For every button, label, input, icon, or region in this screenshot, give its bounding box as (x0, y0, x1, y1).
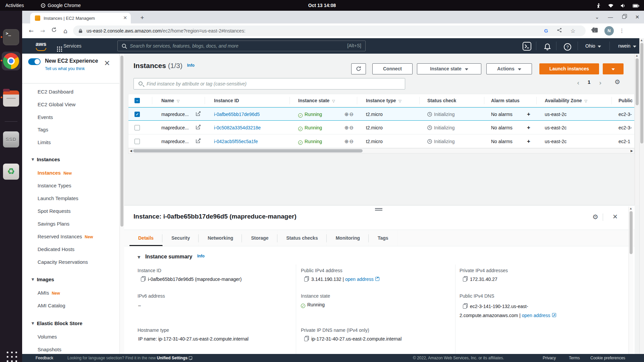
sidebar-item-launch-templates[interactable]: Launch Templates (38, 195, 78, 201)
launch-instances-split-dropdown[interactable] (603, 63, 624, 74)
panel-drag-handle[interactable] (375, 208, 382, 210)
tab-status-checks[interactable]: Status checks (278, 230, 327, 246)
google-icon[interactable]: G (542, 27, 550, 35)
tab-storage[interactable]: Storage (242, 230, 277, 246)
window-scrollbar[interactable]: ▲ (639, 38, 644, 362)
trash-icon[interactable]: ♻ (3, 164, 19, 180)
sidebar-item-instances[interactable]: InstancesNew (38, 170, 72, 176)
sidebar-section-elastic-block-store[interactable]: ▼Elastic Block Store (32, 320, 83, 326)
share-icon[interactable] (555, 27, 564, 35)
sidebar-close-icon[interactable]: ✕ (104, 59, 110, 68)
new-tab-button[interactable]: + (138, 13, 147, 23)
refresh-button[interactable] (351, 63, 366, 74)
cookie-preferences-link[interactable]: Cookie preferences (590, 354, 625, 362)
open-address-link[interactable]: open address (345, 277, 374, 282)
column-header-instance-id[interactable]: Instance ID (214, 94, 239, 107)
column-header-availability-zone[interactable]: Availability Zone ▽ (545, 94, 587, 108)
instance-state-dropdown[interactable]: Instance state (417, 63, 481, 74)
info-link[interactable]: Info (197, 254, 205, 258)
terminal-dock-icon[interactable]: >_ (3, 29, 19, 45)
connect-button[interactable]: Connect (372, 63, 413, 74)
copy-icon[interactable] (304, 277, 308, 282)
bookmark-star-icon[interactable]: ☆ (569, 27, 577, 35)
new-experience-toggle[interactable] (28, 58, 41, 65)
sidebar-item-events[interactable]: Events (38, 114, 53, 120)
instance-summary-heading[interactable]: ▼ Instance summary Info (138, 254, 205, 260)
scroll-left-arrow[interactable]: ◀ (130, 149, 132, 153)
content-vertical-scrollbar[interactable]: ▲ (635, 54, 639, 205)
feedback-button[interactable]: Feedback (36, 354, 53, 362)
files-dock-icon[interactable] (3, 90, 19, 107)
sidebar-item-ec2-global-view[interactable]: EC2 Global View (38, 102, 75, 107)
activities-button[interactable]: Activities (5, 0, 24, 11)
tab-security[interactable]: Security (163, 230, 199, 246)
sidebar-item-dedicated-hosts[interactable]: Dedicated Hosts (38, 246, 74, 252)
row-checkbox-checked[interactable]: ✓ (135, 112, 140, 117)
column-header-instance-state[interactable]: Instance state ▽ (298, 94, 335, 108)
select-all-checkbox[interactable]: – (135, 98, 140, 103)
add-alarm-button[interactable]: + (527, 108, 530, 121)
show-applications-button[interactable] (5, 350, 17, 362)
profile-avatar[interactable]: N (604, 26, 614, 36)
system-tray[interactable] (591, 0, 639, 11)
table-horizontal-scrollbar[interactable]: ◀ ▶ (128, 148, 635, 154)
chrome-dock-icon[interactable] (3, 53, 19, 69)
browser-tab[interactable]: Instances | EC2 Managem ✕ (30, 13, 131, 23)
experience-feedback-link[interactable]: Tell us what you think (45, 66, 85, 71)
browser-menu-icon[interactable]: ⋮ (618, 27, 626, 35)
info-link[interactable]: Info (187, 63, 195, 68)
aws-search-input[interactable] (130, 41, 318, 51)
home-button[interactable]: ⌂ (60, 26, 70, 36)
ssd-drive-icon[interactable]: SSD (3, 131, 19, 147)
sidebar-item-amis[interactable]: AMIsNew (38, 290, 60, 296)
previous-page-button[interactable]: ‹ (577, 79, 580, 86)
tab-search-chevron[interactable]: ⌄ (590, 11, 604, 23)
column-header-public-dns[interactable]: Public (619, 94, 633, 107)
instance-id-link[interactable]: i-0c5082a3354d3218e (214, 121, 261, 134)
clock[interactable]: Oct 13 14:08 (295, 0, 349, 11)
copy-icon[interactable] (304, 337, 308, 341)
column-header-name[interactable]: Name ▽ (161, 94, 179, 108)
privacy-link[interactable]: Privacy (543, 354, 556, 362)
focused-app-menu[interactable]: Google Chrome (41, 0, 81, 11)
scrollbar-thumb[interactable] (133, 149, 363, 153)
scrollbar-thumb[interactable] (636, 58, 639, 105)
table-row[interactable]: ✓ mapreduce... i-0afbe65bb17de96d5 ✓Runn… (128, 107, 634, 121)
state-zoom-icons[interactable]: ⊕⊖ (344, 135, 354, 148)
sidebar-section-instances[interactable]: ▼Instances (32, 157, 60, 162)
tab-close-button[interactable]: ✕ (122, 15, 128, 21)
copy-icon[interactable] (463, 304, 467, 309)
row-checkbox[interactable] (135, 125, 140, 130)
notifications-bell-icon[interactable] (543, 42, 551, 57)
sidebar-item-instance-types[interactable]: Instance Types (38, 183, 71, 188)
add-alarm-button[interactable]: + (527, 121, 530, 134)
state-zoom-icons[interactable]: ⊕⊖ (344, 108, 354, 121)
scroll-right-arrow[interactable]: ▶ (631, 149, 633, 153)
state-zoom-icons[interactable]: ⊕⊖ (344, 121, 354, 134)
account-menu[interactable]: nwein (618, 38, 636, 54)
sidebar-item-capacity-reservations[interactable]: Capacity Reservations (38, 259, 88, 265)
sidebar-item-reserved-instances[interactable]: Reserved InstancesNew (38, 234, 93, 239)
instance-filter-input[interactable] (147, 78, 401, 89)
sidebar-item-ami-catalog[interactable]: AMI Catalog (38, 303, 65, 308)
instance-id-link[interactable]: i-042acb5f55ec5a1fe (214, 135, 258, 148)
sidebar-item-spot-requests[interactable]: Spot Requests (38, 208, 70, 214)
close-window-button[interactable]: ✕ (631, 11, 644, 23)
scrollbar-thumb[interactable] (120, 56, 123, 227)
copy-icon[interactable] (141, 277, 145, 282)
instance-filter[interactable] (133, 78, 405, 89)
restore-window-button[interactable] (617, 11, 631, 23)
tab-networking[interactable]: Networking (199, 230, 242, 246)
unified-settings-link[interactable]: Unified Settings (157, 356, 187, 360)
details-vertical-scrollbar[interactable]: ▲ (629, 206, 633, 354)
forward-button[interactable]: → (38, 26, 48, 36)
next-page-button[interactable]: › (599, 79, 602, 86)
scrollbar-thumb[interactable] (630, 211, 633, 254)
sidebar-item-savings-plans[interactable]: Savings Plans (38, 221, 69, 227)
region-selector[interactable]: Ohio (585, 38, 601, 54)
add-alarm-button[interactable]: + (527, 135, 530, 148)
tab-details[interactable]: Details (129, 230, 163, 246)
terms-link[interactable]: Terms (569, 354, 580, 362)
side-panel-icon[interactable] (592, 28, 598, 33)
sidebar-scrollbar[interactable] (119, 54, 124, 354)
